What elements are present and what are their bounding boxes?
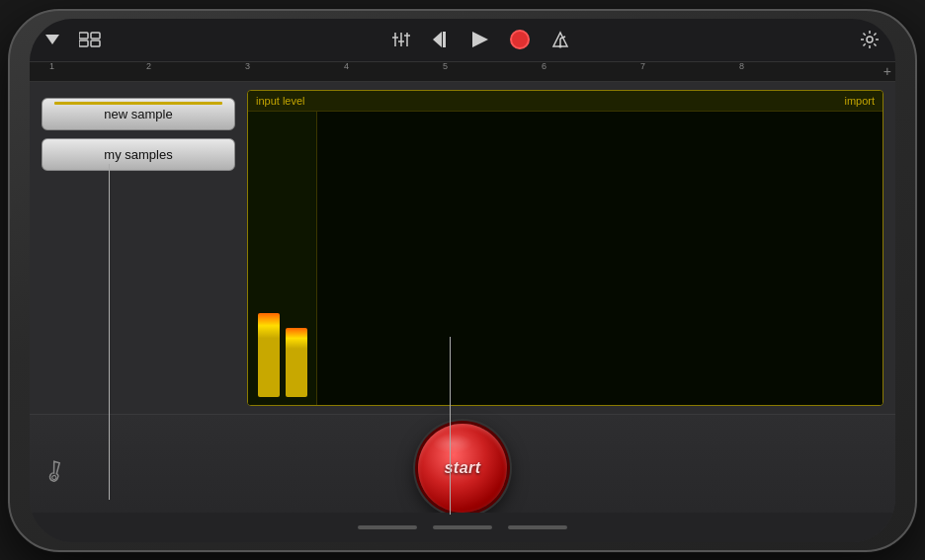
svg-marker-0 (45, 35, 59, 44)
ruler-mark-6: 6 (542, 62, 547, 72)
svg-point-18 (867, 37, 873, 42)
new-sample-button[interactable]: new sample (42, 98, 235, 130)
svg-rect-1 (79, 33, 88, 39)
settings-icon[interactable] (860, 30, 880, 49)
my-samples-button[interactable]: my samples (42, 138, 235, 171)
ruler-mark-2: 2 (146, 62, 151, 72)
start-button-wrapper: start (418, 424, 507, 513)
callout-line-2 (450, 337, 451, 515)
rewind-button[interactable] (433, 32, 451, 47)
mixer-icon[interactable] (391, 31, 411, 48)
metronome-icon[interactable] (551, 31, 569, 48)
home-indicator (30, 513, 895, 542)
svg-point-19 (51, 474, 56, 479)
input-level-label: input level (256, 95, 305, 107)
ruler-mark-4: 4 (344, 62, 349, 72)
vu-bar-right (286, 328, 307, 397)
callout-line-1 (109, 164, 110, 500)
screen: 1 2 3 4 5 6 7 8 + new sample my samples … (30, 19, 895, 542)
side-button[interactable] (8, 169, 11, 218)
svg-marker-13 (472, 32, 488, 47)
track-view-icon[interactable] (79, 32, 101, 47)
recording-area: input level import (247, 90, 883, 406)
svg-rect-12 (443, 32, 446, 47)
dropdown-icon[interactable] (45, 35, 59, 44)
home-tab-2 (433, 525, 492, 529)
recording-header: input level import (248, 91, 883, 112)
waveform-display (317, 112, 883, 405)
svg-marker-11 (433, 32, 442, 47)
left-panel: new sample my samples (30, 82, 247, 414)
import-button[interactable]: import (844, 95, 875, 107)
play-button[interactable] (472, 32, 488, 47)
svg-rect-3 (79, 40, 88, 46)
home-tab-1 (358, 525, 417, 529)
svg-rect-4 (91, 40, 100, 46)
phone-shell: 1 2 3 4 5 6 7 8 + new sample my samples … (8, 9, 917, 552)
add-track-icon[interactable]: + (883, 63, 891, 79)
main-content: new sample my samples input level import (30, 82, 895, 414)
vu-bar-left (258, 313, 280, 397)
bottom-section: start (30, 414, 895, 542)
svg-rect-2 (91, 33, 100, 39)
svg-point-17 (559, 45, 562, 48)
vu-meter (248, 112, 317, 405)
start-button[interactable]: start (418, 424, 507, 513)
recording-body (248, 112, 883, 405)
record-button[interactable] (510, 30, 530, 49)
home-tab-3 (508, 525, 567, 529)
toolbar (30, 19, 895, 62)
ruler-mark-8: 8 (739, 62, 744, 72)
svg-line-16 (560, 37, 565, 39)
timeline-ruler: 1 2 3 4 5 6 7 8 + (30, 62, 895, 82)
ruler-mark-3: 3 (245, 62, 250, 72)
instrument-icon (42, 454, 74, 487)
ruler-mark-7: 7 (640, 62, 645, 72)
ruler-mark-5: 5 (443, 62, 448, 72)
ruler-mark-1: 1 (49, 62, 54, 72)
